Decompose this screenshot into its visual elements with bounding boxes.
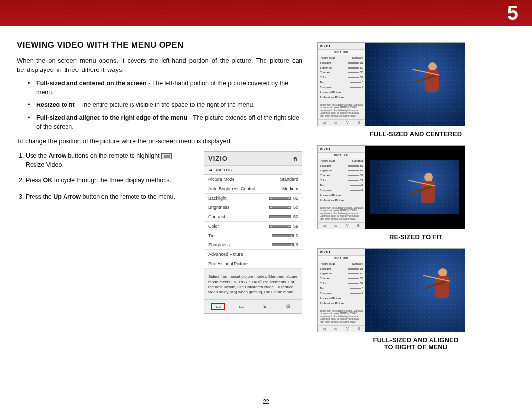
thumbnail-full-centered: VIZIO PICTURE Picture ModeStandard Backl… [317,42,465,126]
menu-row-picture-mode[interactable]: Picture ModeStandard [204,175,302,184]
caption-2: RE-SIZED TO FIT [317,233,514,240]
video-picture [365,43,465,126]
thumbnail-resized: VIZIO PICTURE Picture ModeStandard Backl… [317,145,465,229]
violinist-image [417,61,447,96]
left-column: VIEWING VIDEO WITH THE MENU OPEN When th… [17,40,302,359]
bullet-1-bold: Full-sized and centered on the screen [36,80,147,87]
row-value: Medium [282,186,298,191]
section-title: VIEWING VIDEO WITH THE MENU OPEN [17,40,302,50]
row-label: Picture Mode [208,177,234,182]
settings-icon[interactable]: ⚙ [281,303,295,310]
page-content: VIEWING VIDEO WITH THE MENU OPEN When th… [0,26,532,364]
mini-row: Brightness 50 [318,65,365,70]
mini-row: Tint 0 [318,80,365,85]
video-wrap [365,146,465,229]
v-icon[interactable]: V [258,303,272,310]
row-value: 59 [293,224,298,229]
mini-row: Contrast 50 [318,70,365,75]
step-1-bold: Arrow [49,152,66,159]
bullet-3: Full-sized and aligned to the right edge… [31,113,302,131]
menu-sub-header[interactable]: ◄ PICTURE [204,166,302,175]
mini-row: Professional Picture [318,95,365,100]
step-3: Press the Up Arrow button on the remote … [26,192,195,201]
row-value: 9 [296,242,298,247]
mini-menu: VIZIO PICTURE Picture ModeStandard Backl… [318,146,365,229]
slider-icon[interactable]: −+ [269,197,291,200]
step-2-bold: OK [43,177,52,184]
step-1: Use the Arrow buttons on the remote to h… [26,151,195,169]
bullet-3-bold: Full-sized and aligned to the right edge… [36,114,187,121]
row-label: Auto Brightness Control [208,186,255,191]
intro-text: When the on-screen menu opens, it covers… [17,57,302,73]
bullet-2: Resized to fit - The entire picture is v… [31,101,302,109]
slider-icon[interactable]: −+ [269,206,291,209]
right-column: VIZIO PICTURE Picture ModeStandard Backl… [317,40,514,359]
step-1-c: buttons on the remote to highlight [66,152,162,159]
violinist-image [413,172,443,206]
caption-3b: TO RIGHT OF MENU [317,343,514,351]
bullet-list: Full-sized and centered on the screen - … [31,79,302,132]
step-3-bold: Up Arrow [53,193,81,200]
mini-icons: ▭▭V⚙ [318,119,365,126]
mini-row: Color 59 [318,75,365,80]
page-number: 22 [263,398,269,405]
mini-row: Sharpness 9 [318,85,365,90]
row-label: Tint [208,233,216,238]
video-picture [365,249,465,332]
resize-video-icon [161,153,172,159]
menu-header: VIZIO [204,152,302,166]
menu-row-professional-picture[interactable]: Professional Picture [204,259,302,269]
steps-list: Use the Arrow buttons on the remote to h… [26,151,195,314]
bullet-1: Full-sized and centered on the screen - … [31,79,302,97]
mini-brand: VIZIO [318,43,365,50]
slider-icon[interactable]: −+ [269,225,291,228]
step-2-c: to cycle through the three display metho… [52,177,171,184]
mini-sub: PICTURE [318,153,365,158]
mini-menu: VIZIO PICTURE Picture ModeStandard Backl… [318,43,365,126]
slider-icon[interactable]: −+ [269,215,291,218]
bullet-2-bold: Resized to fit [36,102,75,108]
row-label: Contrast [208,214,225,219]
thumb-block-1: VIZIO PICTURE Picture ModeStandard Backl… [317,42,514,137]
mini-sub: PICTURE [318,256,365,261]
caption-3a: FULL-SIZED AND ALIGNED [317,336,514,343]
row-value: 50 [293,205,298,210]
intro-paragraph: When the on-screen menu opens, it covers… [17,56,302,75]
menu-row-color[interactable]: Color−+59 [204,222,302,231]
brand-logo: VIZIO [208,155,228,162]
menu-bottom-icons: ▭ ▭ V ⚙ [204,299,302,313]
home-icon[interactable] [292,156,298,162]
header-bar: 5 [0,0,532,26]
steps-and-menu: Use the Arrow buttons on the remote to h… [17,151,302,314]
row-label: Sharpness [208,242,230,247]
row-label: Color [208,224,219,229]
row-value: 85 [293,196,298,201]
violinist-image [428,267,457,302]
menu-row-auto-brightness[interactable]: Auto Brightness ControlMedium [204,184,302,194]
resize-video-icon[interactable]: ▭ [211,303,225,310]
menu-row-tint[interactable]: Tint−+0 [204,231,302,240]
menu-row-contrast[interactable]: Contrast−+50 [204,212,302,222]
thumbnail-aligned-right: VIZIO PICTURE Picture ModeStandard Backl… [317,248,465,332]
menu-row-brightness[interactable]: Brightness−+50 [204,203,302,212]
menu-row-sharpness[interactable]: Sharpness−+9 [204,240,302,250]
mini-help: Select from preset picture modes. Standa… [318,102,365,119]
menu-section-label: PICTURE [216,168,235,172]
thumb-block-3: VIZIO PICTURE Picture ModeStandard Backl… [317,248,514,351]
row-value: Standard [280,177,298,182]
menu-row-backlight[interactable]: Backlight−+85 [204,194,302,203]
wide-mode-icon[interactable]: ▭ [234,303,248,310]
step-2: Press OK to cycle through the three disp… [26,176,195,185]
row-label: Backlight [208,196,227,201]
slider-icon[interactable]: −+ [272,243,294,246]
mini-row: Backlight 85 [318,60,365,65]
menu-row-advanced-picture[interactable]: Advanced Picture [204,250,302,259]
change-paragraph: To change the position of the picture wh… [17,137,302,146]
mini-row: Picture ModeStandard [318,55,365,60]
row-value: 0 [296,233,298,238]
slider-icon[interactable]: −+ [272,234,294,237]
chapter-number: 5 [507,2,518,24]
vizio-menu-panel: VIZIO ◄ PICTURE Picture ModeStandard Aut… [204,151,302,314]
mini-sub: PICTURE [318,50,365,55]
back-icon[interactable]: ◄ [208,168,213,172]
